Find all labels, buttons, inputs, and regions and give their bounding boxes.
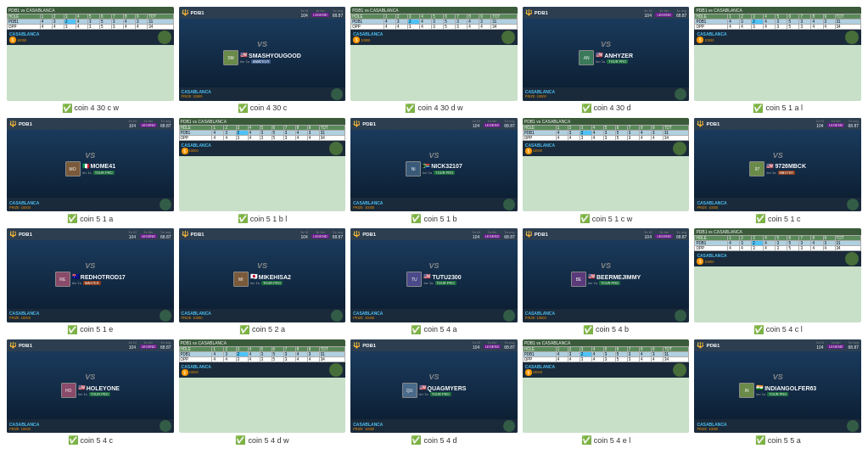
card-1: PDB1 vs CASABLANCA HOLE123456789TOT PDB1… [7,7,174,113]
card-grid: PDB1 vs CASABLANCA HOLE123456789TOT PDB1… [7,7,861,445]
check-icon-card-19: ✅ [581,435,591,445]
check-icon-card-16: ✅ [68,435,78,445]
check-icon-card-5: ✅ [753,104,763,113]
card-label-card-17: ✅ coin 5 4 d w [235,435,288,445]
check-icon-card-1: ✅ [62,104,72,113]
card-12: 🔱 PDB1 1a lvl104 1a tierLEGEND 1a avg68.… [179,228,346,334]
check-icon-card-15: ✅ [753,325,764,334]
check-icon-card-17: ✅ [235,435,245,445]
check-icon-card-11: ✅ [67,325,77,334]
card-label-card-6: ✅ coin 5 1 a [67,214,113,223]
card-6: 🔱 PDB1 1a lvl104 1a tierLEGEND 1a avg68.… [7,118,174,224]
label-text-card-10: coin 5 1 c [768,215,801,223]
check-icon-card-3: ✅ [405,104,415,113]
card-label-card-4: ✅ coin 4 30 d [581,104,631,113]
thumb-card-13[interactable]: 🔱 PDB1 1a lvl104 1a tierLEGEND 1a avg68.… [350,228,518,322]
card-5: PDB1 vs CASABLANCA HOLE123456789TOT PDB1… [694,7,861,113]
label-text-card-5: coin 5 1 a l [765,104,803,112]
card-label-card-5: ✅ coin 5 1 a l [753,104,803,113]
label-text-card-20: coin 5 5 a [768,436,801,445]
check-icon-card-8: ✅ [411,214,421,223]
card-14: 🔱 PDB1 1a lvl104 1a tierLEGEND 1a avg68.… [523,228,690,334]
card-label-card-10: ✅ coin 5 1 c [755,214,801,223]
card-11: 🔱 PDB1 1a lvl104 1a tierLEGEND 1a avg68.… [7,228,174,334]
card-16: 🔱 PDB1 1a lvl104 1a tierLEGEND 1a avg68.… [7,339,174,446]
check-icon-card-18: ✅ [411,435,421,445]
label-text-card-14: coin 5 4 b [596,325,629,333]
label-text-card-7: coin 5 1 b l [250,215,288,223]
card-label-card-7: ✅ coin 5 1 b l [238,214,288,223]
thumb-card-2[interactable]: 🔱 PDB1 1a lvl104 1a tierLEGEND 1a avg68.… [179,7,346,101]
label-text-card-2: coin 4 30 c [250,104,288,112]
card-19: PDB1 vs CASABLANCA HOLE123456789TOT PDB1… [523,339,690,446]
card-20: 🔱 PDB1 1a lvl104 1a tierLEGEND 1a avg68.… [694,339,861,446]
thumb-card-3[interactable]: PDB1 vs CASABLANCA HOLE123456789TOT PDB1… [350,7,518,101]
card-4: 🔱 PDB1 1a lvl104 1a tierLEGEND 1a avg68.… [523,7,690,113]
label-text-card-17: coin 5 4 d w [248,436,288,445]
card-label-card-16: ✅ coin 5 4 c [68,435,114,445]
card-label-card-3: ✅ coin 4 30 d w [405,104,462,113]
card-label-card-12: ✅ coin 5 2 a [239,325,285,334]
card-3: PDB1 vs CASABLANCA HOLE123456789TOT PDB1… [350,7,518,113]
thumb-card-14[interactable]: 🔱 PDB1 1a lvl104 1a tierLEGEND 1a avg68.… [523,228,690,322]
label-text-card-11: coin 5 1 e [80,325,113,333]
thumb-card-17[interactable]: PDB1 vs CASABLANCA HOLE123456789TOT PDB1… [179,339,346,434]
thumb-card-1[interactable]: PDB1 vs CASABLANCA HOLE123456789TOT PDB1… [7,7,174,101]
thumb-card-6[interactable]: 🔱 PDB1 1a lvl104 1a tierLEGEND 1a avg68.… [7,118,174,212]
label-text-card-6: coin 5 1 a [80,215,113,223]
card-label-card-1: ✅ coin 4 30 c w [62,104,120,113]
card-label-card-14: ✅ coin 5 4 b [583,325,629,334]
card-label-card-13: ✅ coin 5 4 a [411,325,456,334]
card-label-card-18: ✅ coin 5 4 d [411,435,456,445]
card-label-card-9: ✅ coin 5 1 c w [580,214,633,223]
thumb-card-20[interactable]: 🔱 PDB1 1a lvl104 1a tierLEGEND 1a avg68.… [694,339,861,434]
thumb-card-19[interactable]: PDB1 vs CASABLANCA HOLE123456789TOT PDB1… [523,339,690,434]
thumb-card-5[interactable]: PDB1 vs CASABLANCA HOLE123456789TOT PDB1… [694,7,861,101]
label-text-card-3: coin 4 30 d w [417,104,462,112]
card-8: 🔱 PDB1 1a lvl104 1a tierLEGEND 1a avg68.… [350,118,518,224]
label-text-card-19: coin 5 4 e l [594,436,631,445]
card-15: PDB1 vs CASABLANCA HOLE123456789TOT PDB1… [694,228,861,334]
thumb-card-12[interactable]: 🔱 PDB1 1a lvl104 1a tierLEGEND 1a avg68.… [179,228,346,322]
thumb-card-15[interactable]: PDB1 vs CASABLANCA HOLE123456789TOT PDB1… [694,228,861,322]
card-7: PDB1 vs CASABLANCA HOLE123456789TOT PDB1… [179,118,346,224]
card-2: 🔱 PDB1 1a lvl104 1a tierLEGEND 1a avg68.… [179,7,346,113]
check-icon-card-20: ✅ [755,435,765,445]
thumb-card-4[interactable]: 🔱 PDB1 1a lvl104 1a tierLEGEND 1a avg68.… [523,7,690,101]
label-text-card-18: coin 5 4 d [423,436,456,445]
check-icon-card-2: ✅ [238,104,248,113]
thumb-card-9[interactable]: PDB1 vs CASABLANCA HOLE123456789TOT PDB1… [523,118,690,212]
card-label-card-15: ✅ coin 5 4 c l [753,325,803,334]
check-icon-card-9: ✅ [580,214,590,223]
card-label-card-11: ✅ coin 5 1 e [67,325,113,334]
card-label-card-20: ✅ coin 5 5 a [755,435,801,445]
label-text-card-4: coin 4 30 d [594,104,631,112]
label-text-card-9: coin 5 1 c w [592,215,633,223]
card-label-card-8: ✅ coin 5 1 b [411,214,456,223]
thumb-card-10[interactable]: 🔱 PDB1 1a lvl104 1a tierLEGEND 1a avg68.… [694,118,861,212]
thumb-card-11[interactable]: 🔱 PDB1 1a lvl104 1a tierLEGEND 1a avg68.… [7,228,174,322]
label-text-card-13: coin 5 4 a [423,325,456,333]
check-icon-card-7: ✅ [238,214,248,223]
check-icon-card-4: ✅ [581,104,591,113]
label-text-card-1: coin 4 30 c w [75,104,120,112]
thumb-card-8[interactable]: 🔱 PDB1 1a lvl104 1a tierLEGEND 1a avg68.… [350,118,518,212]
label-text-card-15: coin 5 4 c l [766,325,803,333]
label-text-card-8: coin 5 1 b [423,215,456,223]
thumb-card-7[interactable]: PDB1 vs CASABLANCA HOLE123456789TOT PDB1… [179,118,346,212]
card-9: PDB1 vs CASABLANCA HOLE123456789TOT PDB1… [523,118,690,224]
card-label-card-2: ✅ coin 4 30 c [238,104,288,113]
check-icon-card-10: ✅ [755,214,765,223]
card-10: 🔱 PDB1 1a lvl104 1a tierLEGEND 1a avg68.… [694,118,861,224]
card-label-card-19: ✅ coin 5 4 e l [581,435,631,445]
card-18: 🔱 PDB1 1a lvl104 1a tierLEGEND 1a avg68.… [350,339,518,446]
thumb-card-18[interactable]: 🔱 PDB1 1a lvl104 1a tierLEGEND 1a avg68.… [350,339,518,434]
label-text-card-12: coin 5 2 a [252,325,285,333]
card-13: 🔱 PDB1 1a lvl104 1a tierLEGEND 1a avg68.… [350,228,518,334]
check-icon-card-13: ✅ [411,325,421,334]
card-17: PDB1 vs CASABLANCA HOLE123456789TOT PDB1… [179,339,346,446]
label-text-card-16: coin 5 4 c [81,436,114,445]
thumb-card-16[interactable]: 🔱 PDB1 1a lvl104 1a tierLEGEND 1a avg68.… [7,339,174,434]
check-icon-card-12: ✅ [239,325,249,334]
check-icon-card-14: ✅ [583,325,593,334]
